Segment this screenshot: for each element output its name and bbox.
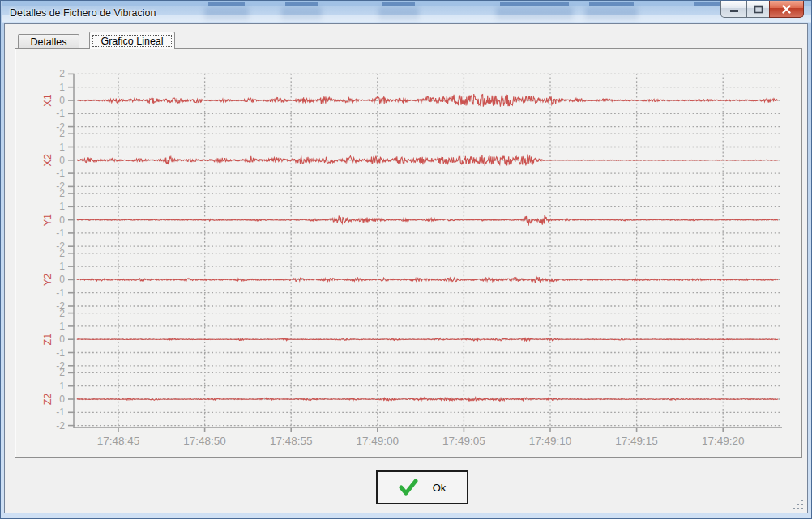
svg-text:0: 0 (59, 334, 65, 345)
svg-text:-1: -1 (56, 108, 65, 119)
maximize-icon (754, 5, 763, 14)
ok-button-label: Ok (433, 482, 447, 494)
resize-grip[interactable] (793, 498, 805, 510)
waveform-Y2 (77, 276, 778, 283)
svg-text:1: 1 (59, 142, 65, 153)
ok-check-icon (399, 479, 418, 496)
svg-text:2: 2 (59, 68, 65, 79)
caption-buttons (721, 1, 804, 19)
svg-text:17:48:55: 17:48:55 (270, 435, 313, 447)
close-icon (781, 5, 792, 14)
svg-text:1: 1 (59, 82, 65, 93)
svg-text:2: 2 (59, 128, 65, 139)
svg-text:1: 1 (59, 381, 65, 392)
waveform-Z2 (77, 398, 778, 402)
channel-label-X2: X2 (42, 154, 53, 166)
ok-button[interactable]: Ok (376, 470, 468, 504)
waveform-Z1 (77, 338, 778, 342)
labels-group: 17:48:4517:48:5017:48:5517:49:0017:49:05… (42, 68, 744, 447)
waveform-X2 (77, 155, 778, 166)
svg-text:-1: -1 (56, 168, 65, 179)
channel-label-Y1: Y1 (42, 214, 53, 226)
minimize-button[interactable] (720, 1, 747, 18)
svg-text:0: 0 (59, 394, 65, 405)
svg-text:-1: -1 (56, 228, 65, 239)
tab-detalles-label: Detalles (30, 36, 66, 48)
tab-panel: 17:48:4517:48:5017:48:5517:49:0017:49:05… (15, 48, 802, 458)
dialog-window: Detalles de Fichero de Vibracion De (0, 0, 812, 519)
channel-label-Y2: Y2 (42, 274, 53, 286)
svg-text:-1: -1 (56, 406, 65, 418)
grid-group (74, 74, 782, 428)
svg-text:0: 0 (59, 155, 65, 166)
tab-grafico-lineal[interactable]: Grafico Lineal (89, 32, 175, 49)
channel-label-Z2: Z2 (42, 394, 53, 406)
svg-text:1: 1 (59, 261, 65, 272)
svg-text:17:48:45: 17:48:45 (97, 435, 140, 447)
waveforms-group (77, 94, 778, 401)
minimize-icon (729, 5, 739, 13)
channel-label-X1: X1 (42, 94, 53, 106)
svg-text:2: 2 (59, 308, 65, 319)
svg-text:17:48:50: 17:48:50 (183, 435, 226, 447)
svg-text:2: 2 (59, 367, 65, 378)
tab-detalles[interactable]: Detalles (18, 34, 79, 49)
title-bar[interactable]: Detalles de Fichero de Vibracion (2, 1, 812, 23)
svg-text:1: 1 (59, 321, 65, 332)
svg-text:17:49:10: 17:49:10 (529, 435, 572, 447)
svg-text:-1: -1 (56, 347, 65, 359)
svg-text:2: 2 (59, 188, 65, 199)
svg-text:0: 0 (59, 274, 65, 285)
waveform-X1 (77, 94, 778, 107)
svg-text:17:49:05: 17:49:05 (442, 435, 485, 447)
svg-text:17:49:20: 17:49:20 (702, 435, 745, 447)
tab-grafico-lineal-label: Grafico Lineal (100, 36, 163, 47)
channel-label-Z1: Z1 (42, 334, 53, 346)
svg-text:2: 2 (59, 248, 65, 259)
maximize-button[interactable] (746, 1, 770, 18)
svg-text:-1: -1 (56, 287, 65, 299)
vibration-chart: 17:48:4517:48:5017:48:5517:49:0017:49:05… (15, 49, 801, 457)
svg-text:17:49:15: 17:49:15 (615, 435, 658, 447)
svg-text:0: 0 (59, 95, 65, 106)
page-title: Detalles de Fichero de Vibracion (10, 7, 156, 19)
waveform-Y1 (77, 215, 778, 225)
svg-text:-2: -2 (56, 420, 65, 432)
dialog-body: Detalles Grafico Lineal 17:48:4517:48:50… (4, 23, 808, 513)
svg-text:0: 0 (59, 215, 65, 226)
close-button[interactable] (769, 1, 804, 18)
svg-text:17:49:00: 17:49:00 (357, 435, 400, 447)
svg-text:1: 1 (59, 201, 65, 212)
